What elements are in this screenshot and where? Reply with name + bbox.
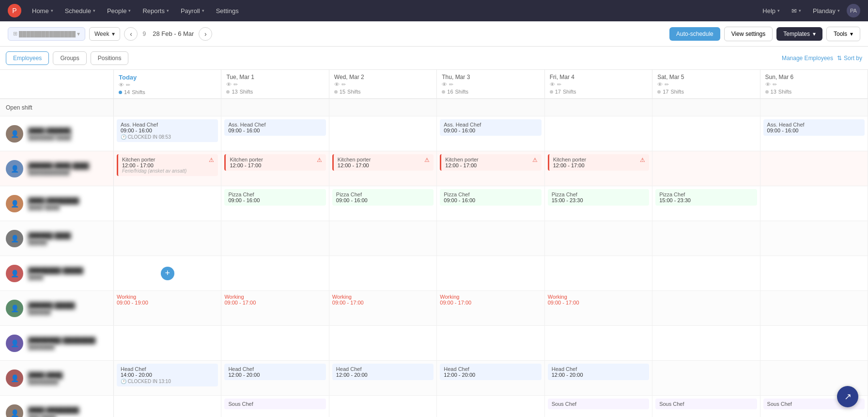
eye-icon[interactable]: 👁: [442, 81, 447, 88]
eye-icon[interactable]: 👁: [765, 81, 771, 88]
shift-cell[interactable]: Ass. Head Chef 09:00 - 16:00: [760, 116, 868, 151]
eye-icon[interactable]: 👁: [550, 81, 555, 88]
shift-cell[interactable]: ⚠ Kitchen porter 12:00 - 17:00 Ferie/fri…: [114, 151, 221, 186]
shift-card[interactable]: Working 09:00 - 19:00: [117, 294, 218, 305]
nav-reports[interactable]: Reports ▾: [138, 4, 174, 17]
location-select[interactable]: ⊞ ███████████████ ▾: [8, 27, 85, 41]
shift-cell[interactable]: [329, 116, 437, 151]
shift-card[interactable]: ⚠ Kitchen porter 12:00 - 17:00: [548, 154, 649, 171]
nav-avatar[interactable]: PA: [847, 4, 860, 17]
shift-cell[interactable]: Head Chef 14:00 - 20:00 🕐 CLOCKED IN 13:…: [114, 361, 221, 395]
shift-cell[interactable]: Pizza Chef 09:00 - 16:00: [221, 186, 329, 221]
shift-cell[interactable]: Pizza Chef 15:00 - 23:30: [652, 186, 760, 221]
eye-icon[interactable]: 👁: [657, 81, 663, 88]
shift-cell[interactable]: Sous Chef: [545, 396, 652, 417]
shift-card[interactable]: Working 09:00 - 17:00: [332, 294, 434, 305]
edit-icon[interactable]: ✏: [665, 81, 669, 88]
shift-cell[interactable]: Working 09:00 - 17:00: [221, 291, 329, 325]
shift-cell[interactable]: Head Chef 12:00 - 20:00: [545, 361, 652, 395]
shift-cell[interactable]: [760, 291, 868, 325]
shift-cell[interactable]: [114, 396, 221, 417]
shift-card[interactable]: ⚠ Kitchen porter 12:00 - 17:00: [332, 154, 434, 171]
shift-card[interactable]: Ass. Head Chef 09:00 - 16:00: [224, 119, 326, 136]
tools-button[interactable]: Tools ▾: [826, 27, 860, 41]
view-settings-button[interactable]: View settings: [724, 27, 773, 41]
chat-bubble[interactable]: ↗: [837, 386, 858, 407]
shift-card[interactable]: Working 09:00 - 17:00: [440, 294, 541, 305]
shift-cell[interactable]: [221, 326, 329, 360]
edit-icon[interactable]: ✏: [233, 81, 238, 88]
manage-employees-link[interactable]: Manage Employees: [782, 55, 833, 62]
edit-icon[interactable]: ✏: [773, 81, 777, 88]
shift-card[interactable]: Pizza Chef 09:00 - 16:00: [224, 189, 326, 206]
shift-cell[interactable]: Working 09:00 - 17:00: [329, 291, 437, 325]
shift-cell[interactable]: [652, 221, 760, 256]
shift-card[interactable]: ⚠ Kitchen porter 12:00 - 17:00: [440, 154, 541, 171]
shift-card[interactable]: Sous Chef: [655, 399, 757, 409]
shift-card[interactable]: Head Chef 12:00 - 20:00: [224, 364, 326, 380]
shift-card[interactable]: Sous Chef: [548, 399, 649, 409]
edit-icon[interactable]: ✏: [126, 82, 130, 88]
shift-cell[interactable]: Ass. Head Chef 09:00 - 16:00: [221, 116, 329, 151]
shift-cell[interactable]: [760, 186, 868, 221]
nav-home[interactable]: Home ▾: [27, 4, 58, 17]
nav-settings[interactable]: Settings: [211, 4, 244, 17]
add-shift-button[interactable]: +: [161, 267, 174, 280]
nav-people[interactable]: People ▾: [102, 4, 136, 17]
eye-icon[interactable]: 👁: [226, 81, 232, 88]
shift-cell[interactable]: [545, 116, 652, 151]
shift-card[interactable]: ⚠ Kitchen porter 12:00 - 17:00: [224, 154, 326, 171]
next-week-button[interactable]: ›: [199, 27, 212, 41]
tab-groups[interactable]: Groups: [53, 51, 86, 65]
shift-cell[interactable]: [437, 396, 544, 417]
week-select[interactable]: Week ▾: [89, 27, 120, 41]
shift-cell[interactable]: ⚠ Kitchen porter 12:00 - 17:00: [437, 151, 544, 186]
shift-card[interactable]: Pizza Chef 09:00 - 16:00: [332, 189, 434, 206]
shift-card[interactable]: Ass. Head Chef 09:00 - 16:00: [763, 119, 865, 136]
shift-cell[interactable]: [329, 256, 437, 290]
shift-cell[interactable]: Working 09:00 - 17:00: [545, 291, 652, 325]
shift-cell[interactable]: [652, 291, 760, 325]
nav-planday[interactable]: Planday ▾: [808, 4, 845, 17]
shift-cell[interactable]: [760, 256, 868, 290]
shift-cell[interactable]: [437, 256, 544, 290]
shift-cell[interactable]: ⚠ Kitchen porter 12:00 - 17:00: [545, 151, 652, 186]
shift-card[interactable]: ⚠ Kitchen porter 12:00 - 17:00 Ferie/fri…: [117, 154, 218, 176]
shift-card[interactable]: Pizza Chef 15:00 - 23:30: [548, 189, 649, 206]
shift-cell[interactable]: Sous Chef: [221, 396, 329, 417]
shift-cell[interactable]: Sous Chef: [652, 396, 760, 417]
shift-cell[interactable]: [652, 116, 760, 151]
shift-cell[interactable]: [652, 151, 760, 186]
shift-cell[interactable]: +: [114, 256, 221, 290]
shift-cell[interactable]: [221, 221, 329, 256]
shift-cell[interactable]: [437, 326, 544, 360]
shift-cell[interactable]: Ass. Head Chef 09:00 - 16:00 🕐 CLOCKED I…: [114, 116, 221, 151]
tab-positions[interactable]: Positions: [91, 51, 129, 65]
shift-cell[interactable]: [760, 151, 868, 186]
templates-button[interactable]: Templates ▾: [776, 27, 822, 41]
tab-employees[interactable]: Employees: [6, 51, 49, 65]
shift-card[interactable]: Pizza Chef 15:00 - 23:30: [655, 189, 757, 206]
shift-cell[interactable]: [545, 221, 652, 256]
shift-cell[interactable]: [114, 221, 221, 256]
nav-schedule[interactable]: Schedule ▾: [60, 4, 100, 17]
shift-cell[interactable]: [221, 256, 329, 290]
nav-mail[interactable]: ✉ ▾: [787, 4, 806, 17]
edit-icon[interactable]: ✏: [557, 81, 561, 88]
edit-icon[interactable]: ✏: [341, 81, 346, 88]
shift-cell[interactable]: [760, 221, 868, 256]
nav-payroll[interactable]: Payroll ▾: [176, 4, 209, 17]
shift-cell[interactable]: Working 09:00 - 19:00: [114, 291, 221, 325]
shift-cell[interactable]: Working 09:00 - 17:00: [437, 291, 544, 325]
shift-cell[interactable]: Head Chef 12:00 - 20:00: [221, 361, 329, 395]
shift-card[interactable]: Head Chef 12:00 - 20:00: [548, 364, 649, 380]
nav-help[interactable]: Help ▾: [758, 4, 785, 17]
shift-card[interactable]: Working 09:00 - 17:00: [224, 294, 326, 305]
shift-cell[interactable]: Head Chef 12:00 - 20:00: [437, 361, 544, 395]
shift-card[interactable]: Sous Chef: [224, 399, 326, 409]
shift-cell[interactable]: [760, 326, 868, 360]
shift-cell[interactable]: [652, 326, 760, 360]
prev-week-button[interactable]: ‹: [124, 27, 138, 41]
shift-cell[interactable]: [652, 256, 760, 290]
eye-icon[interactable]: 👁: [119, 82, 124, 88]
